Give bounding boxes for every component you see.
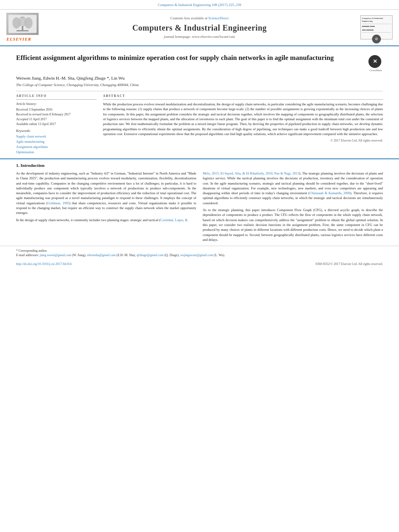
journal-thumbnail: Computers & Industrial Engineering ■■■■■… — [360, 15, 393, 39]
chinnaiah-ref[interactable]: Chinnaiah & Kamarthi, 2000 — [309, 191, 350, 195]
history-label: Article history: — [16, 102, 97, 107]
science-direct-link[interactable]: ScienceDirect — [208, 16, 228, 20]
article-info-abstract: ARTICLE INFO Article history: Received 3… — [16, 91, 383, 155]
contents-available-text: Contents lists available at ScienceDirec… — [43, 16, 356, 21]
doi-link[interactable]: http://dx.doi.org/10.1016/j.cie.2017.04.… — [16, 262, 72, 266]
page-footer: http://dx.doi.org/10.1016/j.cie.2017.04.… — [0, 260, 399, 268]
journal-header: ELSEVIER Contents lists available at Sci… — [0, 10, 399, 46]
article-title: Efficient assignment algorithms to minim… — [16, 53, 364, 62]
email-addresses: E-mail addresses: jiang.wwen@gmail.com (… — [16, 253, 383, 257]
article-section: Efficient assignment algorithms to minim… — [0, 46, 399, 155]
intro-left-col: As the development of industry engineeri… — [16, 171, 196, 244]
issn-text: 0360-8352/© 2017 Elsevier Ltd. All right… — [316, 262, 383, 266]
keyword-4: Optimization — [16, 150, 97, 155]
email-4-link[interactable]: wujingswust@gmail.com — [180, 253, 213, 257]
melo-ref[interactable]: Melo, 2015; El-Sayed, Afia, & El-Kharbot… — [203, 171, 299, 175]
journal-homepage: journal homepage: www.elsevier.com/locat… — [43, 34, 356, 39]
article-title-area: Efficient assignment algorithms to minim… — [16, 50, 383, 73]
abstract-title: ABSTRACT — [103, 94, 383, 100]
svg-rect-2 — [20, 18, 25, 26]
available-date: Available online 13 April 2017 — [16, 122, 97, 126]
right-logo-area: Computers & Industrial Engineering ■■■■■… — [356, 15, 393, 39]
page: Computers & Industrial Engineering 108 (… — [0, 0, 399, 532]
intro-para-2: In the design of supply chain networks, … — [16, 218, 196, 222]
crossmark-icon: ✕ — [368, 55, 381, 68]
journal-reference-bar: Computers & Industrial Engineering 108 (… — [0, 0, 399, 10]
crossmark-label: CrossMark — [368, 69, 383, 73]
introduction-title: 1. Introduction — [16, 162, 383, 168]
svg-point-3 — [12, 17, 21, 29]
svg-rect-5 — [22, 26, 23, 30]
accepted-date: Accepted 11 April 2017 — [16, 117, 97, 121]
intro-right-para-1: Melo, 2015; El-Sayed, Afia, & El-Kharbot… — [203, 171, 383, 205]
footnote-area: * Corresponding author. E-mail addresses… — [0, 246, 399, 260]
abstract-column: ABSTRACT While the production process ev… — [103, 94, 383, 155]
elsevier-logo: ELSEVIER — [6, 13, 43, 42]
keyword-2: Agile manufacturing — [16, 139, 97, 144]
journal-title: Computers & Industrial Engineering — [43, 22, 356, 33]
email-2-link[interactable]: edwinsha@gmail.com — [87, 253, 116, 257]
journal-reference-text: Computers & Industrial Engineering 108 (… — [158, 3, 241, 7]
intro-right-para-2: As to the strategic planning, this paper… — [203, 207, 383, 242]
crossmark-area: ✕ CrossMark — [368, 55, 383, 73]
article-info-title: ARTICLE INFO — [16, 94, 97, 100]
author-affiliation: The College of Computer Science, Chongqi… — [16, 82, 383, 88]
keyword-1: Supply chain network — [16, 134, 97, 139]
journal-center-info: Contents lists available at ScienceDirec… — [43, 16, 356, 39]
article-info-column: ARTICLE INFO Article history: Received 3… — [16, 94, 97, 155]
copyright-line: © 2017 Elsevier Ltd. All rights reserved… — [103, 138, 383, 143]
elsevier-logo-area: ELSEVIER — [6, 13, 43, 42]
svg-rect-6 — [16, 30, 29, 31]
elsevier-brand-text: ELSEVIER — [6, 36, 31, 42]
goldman-ref[interactable]: Goldman, 1995 — [47, 201, 69, 205]
introduction-body: As the development of industry engineeri… — [16, 171, 383, 244]
keywords-label: Keywords: — [16, 129, 97, 134]
corresponding-author-note: * Corresponding author. — [16, 249, 383, 253]
introduction-section: 1. Introduction As the development of in… — [0, 162, 399, 244]
email-3-link[interactable]: qfzhuge@gmail.com — [137, 253, 164, 257]
elsevier-image — [6, 13, 39, 35]
email-1-link[interactable]: jiang.wwen@gmail.com — [40, 253, 71, 257]
abstract-text: While the production process evolves tow… — [103, 102, 383, 136]
received-date: Received 3 September 2016 — [16, 107, 97, 112]
svg-point-4 — [25, 17, 33, 29]
received-revised-date: Received in revised form 8 February 2017 — [16, 112, 97, 117]
article-authors: Weiwen Jiang, Edwin H.-M. Sha, Qingfeng … — [16, 75, 383, 81]
cortinhal-ref[interactable]: Cortinhal, Lopes, & — [160, 218, 188, 222]
section-divider — [0, 158, 399, 159]
intro-right-col: Melo, 2015; El-Sayed, Afia, & El-Kharbot… — [203, 171, 383, 244]
keywords-list: Supply chain network Agile manufacturing… — [16, 134, 97, 154]
intro-para-1: As the development of industry engineeri… — [16, 171, 196, 216]
keyword-3: Assignment algorithms — [16, 144, 97, 150]
